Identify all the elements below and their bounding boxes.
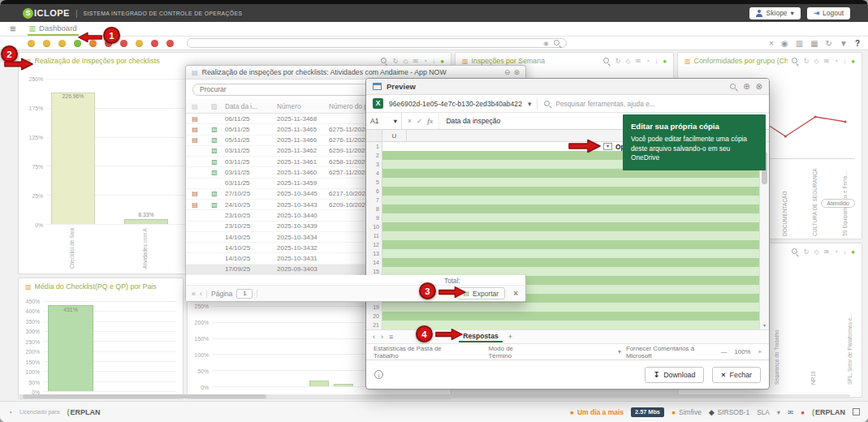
search-icon[interactable] [380, 57, 388, 65]
status-icon[interactable]: ● [440, 58, 444, 65]
name-box[interactable]: A1 ▾ [366, 113, 402, 129]
row-number[interactable]: 2 [366, 151, 382, 160]
collapse-icon[interactable]: ⊖ [504, 68, 511, 76]
search-icon[interactable] [791, 248, 799, 256]
row-number[interactable]: 7 [366, 196, 382, 205]
pin-icon[interactable]: ◇ [814, 248, 818, 256]
bar[interactable] [124, 219, 168, 224]
map-icon[interactable]: ▧ [211, 136, 218, 144]
row-number[interactable]: 6 [366, 187, 382, 196]
refresh-icon[interactable]: ↻ [393, 58, 399, 65]
row-number[interactable]: 21 [366, 321, 382, 329]
prev-page-button[interactable]: ‹ [200, 290, 202, 298]
horizontal-scrollbar[interactable] [18, 394, 850, 398]
fx-icon[interactable]: fx [427, 117, 433, 125]
download-button[interactable]: ↧ Download [645, 367, 705, 383]
filter-dropdown-icon[interactable]: ▾ [603, 143, 612, 150]
mail-icon[interactable]: ✉ [824, 248, 830, 256]
sheet-row[interactable] [382, 222, 759, 231]
page-input[interactable] [236, 289, 253, 299]
fullscreen-icon[interactable] [853, 408, 860, 416]
bar[interactable] [334, 384, 353, 386]
download-icon[interactable]: ↓ [654, 58, 658, 65]
sheet-row[interactable] [382, 258, 759, 267]
pin-icon[interactable]: ◇ [403, 58, 408, 65]
status-dot[interactable] [58, 40, 66, 47]
sheet-row[interactable] [382, 249, 759, 258]
row-number[interactable]: 11 [366, 231, 382, 240]
file-name[interactable]: 96e6902d-1e05-4e7c-b130-2ed3b40ab422 [389, 100, 522, 108]
bar[interactable] [48, 305, 93, 391]
logout-button[interactable]: ⇥ Logout [807, 7, 850, 19]
sheet-row[interactable] [382, 178, 759, 187]
tab-dashboard[interactable]: ▥ Dashboard [28, 22, 79, 36]
status-dot[interactable] [166, 40, 174, 47]
close-icon[interactable]: × [769, 39, 774, 48]
refresh-icon[interactable]: ↻ [615, 58, 621, 65]
formula-value[interactable]: Data da inspeção [439, 117, 507, 125]
scrollbar-thumb[interactable] [23, 394, 266, 398]
row-number[interactable]: 4 [366, 169, 382, 178]
refresh-icon[interactable]: ↻ [804, 248, 810, 256]
target-icon[interactable]: ◉ [543, 40, 549, 47]
status-dot[interactable] [28, 40, 35, 47]
row-number[interactable]: 3 [366, 160, 382, 169]
map-icon[interactable]: ▧ [211, 201, 218, 209]
target-icon[interactable]: ◉ [781, 39, 788, 48]
sheet-row[interactable] [382, 240, 759, 249]
clock-icon[interactable]: ◔ [646, 58, 650, 65]
row-number[interactable]: 1 [366, 142, 382, 151]
status-dot[interactable] [43, 40, 50, 47]
column-header-u[interactable]: U [382, 130, 407, 141]
search-icon[interactable] [729, 83, 737, 91]
document-icon[interactable]: ▤ [192, 115, 198, 123]
map-icon[interactable]: ▧ [211, 126, 218, 133]
row-number[interactable]: 5 [366, 178, 382, 187]
status-icon[interactable]: ● [851, 248, 855, 256]
bar[interactable] [309, 381, 329, 386]
zoom-out-button[interactable]: — [721, 348, 728, 355]
bar[interactable] [51, 93, 95, 225]
sheet-row[interactable] [382, 312, 759, 321]
scroll-down-icon[interactable]: ▾ [760, 321, 769, 329]
document-icon[interactable]: ▤ [192, 126, 198, 133]
cancel-icon[interactable]: × [408, 117, 412, 125]
search-icon[interactable] [553, 39, 561, 47]
chart-icon[interactable]: ▥ [796, 39, 803, 48]
global-search-input[interactable] [192, 40, 539, 47]
pin-icon[interactable]: ◇ [625, 58, 630, 65]
image-icon[interactable]: ▦ [810, 39, 818, 48]
help-icon[interactable]: ? [855, 39, 860, 48]
map-icon[interactable]: ▧ [211, 190, 218, 197]
sla-label[interactable]: SLA [757, 408, 770, 416]
next-sheet-icon[interactable]: › [381, 333, 383, 341]
download-icon[interactable]: ↓ [843, 248, 846, 256]
clock-icon[interactable]: ◔ [834, 248, 838, 256]
row-number[interactable]: 9 [366, 213, 382, 222]
simfive-status[interactable]: ● Simfive [672, 408, 702, 416]
column-data[interactable]: Data da i... [225, 102, 277, 110]
mail-icon[interactable]: ✉ [636, 58, 641, 65]
sheet-row[interactable] [382, 213, 759, 222]
chevron-down-icon[interactable]: ▾ [777, 408, 780, 416]
status-dot[interactable] [151, 40, 158, 47]
close-button[interactable]: × Fechar [712, 367, 761, 383]
user-menu-button[interactable]: Skiope ▾ [749, 7, 801, 19]
first-page-button[interactable]: « [192, 290, 196, 298]
workbook-statistics[interactable]: Estatísticas de Pasta de Trabalho [374, 345, 463, 360]
tab-respostas[interactable]: Respostas [459, 332, 502, 342]
sheet-row[interactable] [382, 187, 759, 196]
alert-icon[interactable]: ● [801, 408, 805, 416]
chevron-down-icon[interactable]: ▾ [528, 100, 532, 108]
info-icon[interactable] [374, 370, 383, 379]
map-icon[interactable]: ▧ [211, 169, 218, 176]
zoom-level[interactable]: 100% [734, 348, 750, 355]
chevron-down-icon[interactable]: ▾ [618, 348, 621, 355]
row-number[interactable]: 8 [366, 205, 382, 213]
mail-icon[interactable]: ✉ [413, 58, 419, 65]
feedback-link[interactable]: Fornecer Comentários à Microsoft [626, 345, 714, 360]
row-number[interactable]: 13 [366, 249, 382, 258]
excel-search[interactable]: Pesquisar ferramentas, ajuda e... [543, 100, 654, 108]
document-icon[interactable]: ▤ [192, 201, 198, 209]
funnel-icon[interactable]: ▼ [840, 39, 848, 48]
